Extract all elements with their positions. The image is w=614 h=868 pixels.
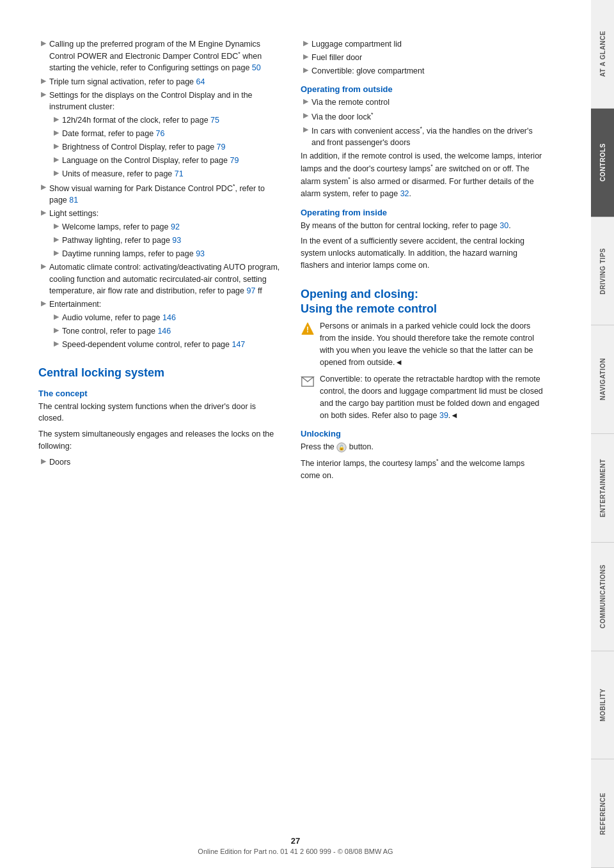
list-item: ▶ Automatic climate control: activating/… [38,261,281,296]
page-link[interactable]: 93 [172,236,181,245]
bullet-arrow: ▶ [303,97,308,105]
page-link[interactable]: 146 [162,313,176,322]
bullet-text: Brightness of Control Display, refer to … [62,141,225,153]
bullet-arrow: ▶ [54,249,59,257]
sidebar-item-mobility[interactable]: Mobility [591,651,614,760]
list-item: ▶ 12h/24h format of the clock, refer to … [51,114,281,126]
page-link[interactable]: 30 [500,221,508,230]
list-item: ▶ In cars with convenient access*, via t… [301,125,544,148]
bullet-arrow: ▶ [54,128,59,137]
page-link[interactable]: 147 [232,340,245,349]
info-icon [301,375,315,389]
bullet-text: Light settings: [49,208,98,219]
page-link[interactable]: 64 [196,77,205,86]
list-item: ▶ Units of measure, refer to page 71 [51,168,281,180]
concept-text1: The central locking system functions whe… [38,401,281,425]
bullet-text: 12h/24h format of the clock, refer to pa… [62,114,219,126]
sidebar-item-reference[interactable]: Reference [591,759,614,868]
list-item: ▶ Tone control, refer to page 146 [51,325,281,337]
bullet-arrow: ▶ [41,90,46,98]
sidebar-label-mobility: Mobility [597,683,609,727]
bullet-arrow: ▶ [41,39,46,47]
page-link[interactable]: 81 [69,196,78,205]
bullet-arrow: ▶ [54,326,59,334]
page-link[interactable]: 50 [252,63,261,72]
page-link[interactable]: 76 [156,129,165,138]
left-column: ▶ Calling up the preferred program of th… [38,38,281,842]
page-link[interactable]: 93 [196,249,205,258]
sidebar-item-driving-tips[interactable]: Driving tips [591,217,614,326]
footer-text: Online Edition for Part no. 01 41 2 600 … [0,848,591,855]
list-item: ▶ Audio volume, refer to page 146 [51,312,281,323]
svg-text:🔓: 🔓 [338,444,345,451]
bullet-arrow: ▶ [54,115,59,123]
bullet-text: Fuel filler door [311,52,362,63]
list-item: ▶ Luggage compartment lid [301,38,544,50]
list-item: ▶ Entertainment: [38,298,281,310]
bullet-text: Date format, refer to page 76 [62,128,165,139]
main-content: ▶ Calling up the preferred program of th… [0,0,591,868]
list-item: ▶ Doors [38,456,281,468]
convertible-text: Convertible: to operate the retractable … [320,373,544,421]
warning-text: Persons or animals in a parked vehicle c… [320,320,544,368]
unlocking-text: Press the 🔓 button. [301,441,544,453]
unlocking-title: Unlocking [301,429,544,438]
operating-outside-para1: In addition, if the remote control is us… [301,150,544,199]
sidebar: At a glance Controls Driving tips Naviga… [591,0,614,868]
warning-icon: ! [301,322,315,336]
bullet-text: Entertainment: [49,298,101,310]
concept-text2: The system simultaneously engages and re… [38,428,281,453]
operating-inside-para2: In the event of a sufficiently severe ac… [301,235,544,271]
sidebar-label-entertainment: Entertainment [597,454,609,522]
bullet-text: Settings for the displays on the Control… [49,89,281,112]
sidebar-item-controls[interactable]: Controls [591,109,614,217]
bullet-arrow: ▶ [54,235,59,244]
sidebar-item-entertainment[interactable]: Entertainment [591,434,614,543]
bullet-arrow: ▶ [41,457,46,465]
bullet-text: Calling up the preferred program of the … [49,38,281,74]
sidebar-item-navigation[interactable]: Navigation [591,325,614,434]
page-link[interactable]: 146 [157,327,171,336]
svg-text:!: ! [306,326,309,335]
bullet-text: Welcome lamps, refer to page 92 [62,221,180,233]
bullet-arrow: ▶ [41,262,46,270]
bullet-text: Speed-dependent volume control, refer to… [62,339,245,350]
opening-closing-title: Opening and closing:Using the remote con… [301,287,544,317]
bullet-text: Via the door lock* [311,111,373,123]
bullet-text: Doors [49,456,70,468]
bullet-text: Tone control, refer to page 146 [62,325,171,337]
bullet-arrow: ▶ [54,313,59,321]
bullet-arrow: ▶ [54,169,59,177]
page-link[interactable]: 92 [171,222,180,231]
bullet-text: Automatic climate control: activating/de… [49,261,281,296]
list-item: ▶ Speed-dependent volume control, refer … [51,339,281,350]
opening-closing-subtitle: Using the remote control [301,302,437,315]
page-link[interactable]: 79 [230,156,239,165]
list-item: ▶ Calling up the preferred program of th… [38,38,281,74]
page-link[interactable]: 39 [439,411,448,420]
list-item: ▶ Date format, refer to page 76 [51,128,281,139]
sidebar-item-at-a-glance[interactable]: At a glance [591,0,614,109]
warning-box: ! Persons or animals in a parked vehicle… [301,320,544,368]
list-item: ▶ Welcome lamps, refer to page 92 [51,221,281,233]
sidebar-item-communications[interactable]: Communications [591,543,614,651]
bullet-arrow: ▶ [41,183,46,191]
bullet-text: Luggage compartment lid [311,38,402,50]
bullet-text: Audio volume, refer to page 146 [62,312,176,323]
operating-inside-para1: By means of the button for central locki… [301,220,544,232]
list-item: ▶ Via the door lock* [301,111,544,123]
page-link[interactable]: 79 [217,143,226,151]
page-link[interactable]: 32 [400,189,409,198]
bullet-text: Convertible: glove compartment [311,65,424,77]
concept-title: The concept [38,389,281,398]
list-item: ▶ Triple turn signal activation, refer t… [38,76,281,88]
list-item: ▶ Convertible: glove compartment [301,65,544,77]
bullet-text: Show visual warning for Park Distance Co… [49,182,281,206]
operating-outside-title: Operating from outside [301,84,544,94]
list-item: ▶ Language on the Control Display, refer… [51,155,281,166]
page-link[interactable]: 75 [210,116,219,125]
page-link[interactable]: 97 [247,286,256,295]
info-box: Convertible: to operate the retractable … [301,373,544,421]
bullet-arrow: ▶ [303,111,308,120]
page-link[interactable]: 71 [175,169,184,178]
